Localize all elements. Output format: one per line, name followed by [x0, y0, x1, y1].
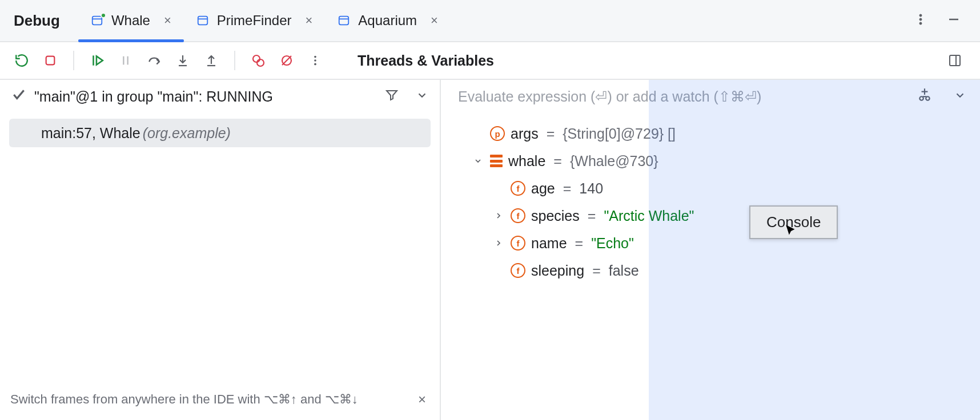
variables-tree: pargs = {String[0]@729} []whale = {Whale…	[441, 113, 980, 284]
thread-label: "main"@1 in group "main": RUNNING	[34, 88, 273, 105]
frame-location: main:57, Whale	[41, 125, 140, 142]
separator	[234, 51, 235, 70]
variable-value: false	[609, 262, 639, 279]
filter-icon[interactable]	[385, 88, 399, 105]
equals-sign: =	[575, 235, 584, 252]
pause-button[interactable]	[114, 49, 137, 72]
equals-sign: =	[592, 262, 601, 279]
resume-button[interactable]	[86, 49, 109, 72]
svg-point-4	[919, 18, 922, 21]
step-into-button[interactable]	[171, 49, 194, 72]
svg-point-5	[919, 22, 922, 25]
chevron-right-icon[interactable]	[492, 211, 505, 220]
variable-name: name	[531, 235, 567, 252]
variable-value: {Whale@730}	[570, 153, 658, 169]
equals-sign: =	[547, 126, 555, 142]
run-config-icon	[338, 14, 350, 27]
variable-value: 140	[579, 180, 603, 197]
check-icon	[11, 87, 26, 106]
frames-panel: "main"@1 in group "main": RUNNING main:5…	[0, 80, 441, 420]
rerun-button[interactable]	[10, 49, 33, 72]
evaluate-expression-row[interactable]: Evaluate expression (⏎) or add a watch (…	[441, 80, 980, 113]
object-icon	[490, 155, 503, 167]
thread-selector[interactable]: "main"@1 in group "main": RUNNING	[0, 80, 440, 113]
stack-frame-row[interactable]: main:57, Whale (org.example)	[9, 119, 431, 147]
toolbar-more-icon[interactable]	[304, 49, 327, 72]
equals-sign: =	[563, 180, 572, 197]
svg-point-20	[314, 63, 316, 66]
variable-row[interactable]: fspecies = "Arctic Whale"	[452, 202, 980, 229]
variable-row[interactable]: pargs = {String[0]@729} []	[452, 120, 980, 147]
svg-rect-2	[339, 17, 349, 25]
frame-package: (org.example)	[143, 125, 231, 142]
tip-banner: Switch frames from anywhere in the IDE w…	[10, 388, 429, 411]
svg-rect-0	[93, 17, 102, 25]
equals-sign: =	[588, 208, 596, 224]
close-icon[interactable]: ×	[425, 13, 438, 28]
variable-name: sleeping	[531, 262, 584, 279]
layout-settings-button[interactable]	[943, 49, 966, 72]
variable-name: whale	[508, 153, 545, 169]
view-breakpoints-button[interactable]	[247, 49, 270, 72]
tab-label: Aquarium	[358, 13, 417, 29]
variable-row[interactable]: fage = 140	[452, 175, 980, 202]
close-icon[interactable]: ×	[158, 13, 171, 28]
run-tab-primefinder[interactable]: PrimeFinder ×	[184, 0, 326, 41]
variable-name: args	[511, 126, 539, 142]
chevron-down-icon[interactable]	[472, 156, 484, 165]
separator	[73, 51, 74, 70]
variable-row[interactable]: fname = "Echo"	[452, 229, 980, 257]
svg-rect-7	[46, 56, 55, 65]
variable-row[interactable]: fsleeping = false	[452, 257, 980, 284]
run-config-icon	[196, 14, 209, 27]
chevron-right-icon[interactable]	[492, 239, 505, 248]
parameter-icon: p	[490, 126, 505, 141]
chevron-down-icon[interactable]	[416, 88, 428, 105]
svg-point-14	[253, 55, 260, 62]
field-icon: f	[511, 263, 525, 278]
minimize-icon[interactable]	[947, 13, 961, 29]
step-out-button[interactable]	[200, 49, 223, 72]
drag-label: Console	[766, 213, 821, 231]
tip-text: Switch frames from anywhere in the IDE w…	[10, 392, 358, 407]
field-icon: f	[511, 208, 525, 223]
stop-button[interactable]	[39, 49, 62, 72]
svg-point-18	[314, 56, 316, 58]
running-badge-icon	[101, 13, 106, 18]
run-tab-aquarium[interactable]: Aquarium ×	[325, 0, 451, 41]
variable-name: species	[531, 208, 580, 224]
debug-body: "main"@1 in group "main": RUNNING main:5…	[0, 80, 980, 420]
step-over-button[interactable]	[143, 49, 166, 72]
mute-breakpoints-button[interactable]	[275, 49, 298, 72]
evaluate-placeholder: Evaluate expression (⏎) or add a watch (…	[458, 88, 761, 105]
field-icon: f	[511, 181, 525, 196]
variable-value: "Arctic Whale"	[604, 208, 694, 224]
run-config-icon	[91, 14, 103, 27]
tool-window-title: Debug	[0, 0, 78, 41]
console-tab-drag-preview[interactable]: Console	[749, 205, 838, 239]
variable-name: age	[531, 180, 555, 197]
tab-label: Whale	[111, 13, 150, 29]
field-icon: f	[511, 236, 525, 251]
equals-sign: =	[553, 153, 562, 169]
debug-toolbar: Threads & Variables	[0, 42, 980, 80]
variable-value: "Echo"	[591, 235, 634, 252]
more-options-icon[interactable]	[914, 13, 927, 29]
svg-rect-1	[198, 17, 208, 25]
close-icon[interactable]: ×	[299, 13, 312, 28]
add-watch-icon[interactable]	[917, 87, 932, 106]
svg-rect-21	[950, 55, 960, 66]
svg-point-19	[314, 59, 316, 62]
debug-tabbar: Debug Whale × PrimeFinder × Aquarium ×	[0, 0, 980, 42]
variable-value: {String[0]@729} []	[563, 126, 676, 142]
svg-point-3	[919, 14, 922, 17]
tab-label: PrimeFinder	[217, 13, 292, 29]
panel-title: Threads & Variables	[358, 52, 494, 69]
svg-point-15	[257, 59, 264, 66]
chevron-down-icon[interactable]	[954, 88, 966, 105]
variable-row[interactable]: whale = {Whale@730}	[452, 147, 980, 175]
close-icon[interactable]: ×	[415, 388, 429, 411]
variables-panel: Evaluate expression (⏎) or add a watch (…	[441, 80, 980, 420]
run-tab-whale[interactable]: Whale ×	[78, 0, 184, 41]
